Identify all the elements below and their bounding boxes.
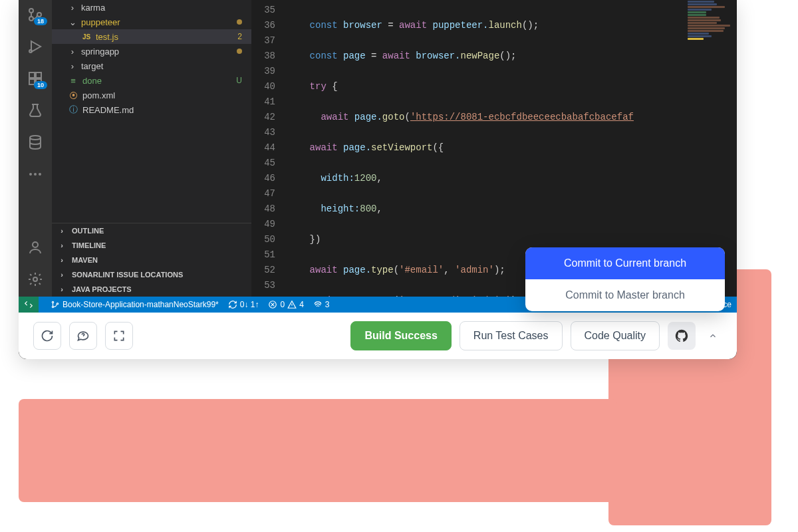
decorative-bg-bottom xyxy=(19,399,617,502)
svg-point-13 xyxy=(33,242,38,247)
svg-point-11 xyxy=(34,173,37,176)
svg-rect-5 xyxy=(29,72,35,78)
chevron-right-icon: › xyxy=(57,241,66,249)
build-success-button[interactable]: Build Success xyxy=(350,321,451,350)
modified-dot-icon xyxy=(237,19,242,25)
more-icon[interactable] xyxy=(26,165,45,184)
chevron-right-icon: › xyxy=(57,256,66,264)
list-file-icon: ≡ xyxy=(68,76,78,86)
file-tree: › karma ⌄ puppeteer JS test.js 2 › sprin… xyxy=(52,0,251,223)
panel-outline[interactable]: ›OUTLINE xyxy=(52,223,251,238)
svg-rect-6 xyxy=(36,72,41,78)
tree-folder-karma[interactable]: › karma xyxy=(52,0,251,15)
tree-file-readme[interactable]: ⓘ README.md xyxy=(52,102,251,117)
js-file-icon: JS xyxy=(81,33,92,41)
panel-maven[interactable]: ›MAVEN xyxy=(52,253,251,267)
tree-folder-puppeteer[interactable]: ⌄ puppeteer xyxy=(52,15,251,29)
run-tests-button[interactable]: Run Test Cases xyxy=(460,321,563,350)
source-control-badge: 18 xyxy=(34,17,47,25)
line-gutter: 3536373839404142434445464748495051525354… xyxy=(251,0,287,297)
tree-file-pom[interactable]: ⦿ pom.xml xyxy=(52,88,251,102)
sidebar: › karma ⌄ puppeteer JS test.js 2 › sprin… xyxy=(52,0,251,297)
activity-bar: 18 10 xyxy=(19,0,52,297)
svg-point-15 xyxy=(52,301,53,303)
branch-indicator[interactable]: Book-Store-Application-mathanNeoStark99* xyxy=(51,300,219,309)
commit-master-branch[interactable]: Commit to Master branch xyxy=(525,279,725,311)
ports-indicator[interactable]: 3 xyxy=(313,300,330,309)
file-badge: 2 xyxy=(237,32,242,41)
svg-point-12 xyxy=(39,173,41,176)
tree-file-testjs[interactable]: JS test.js 2 xyxy=(52,29,251,44)
panel-sonarlint[interactable]: ›SONARLINT ISSUE LOCATIONS xyxy=(52,267,251,282)
svg-point-14 xyxy=(33,277,37,281)
bottom-toolbar: Build Success Run Test Cases Code Qualit… xyxy=(19,313,737,359)
tree-folder-springapp[interactable]: › springapp xyxy=(52,44,251,59)
svg-point-10 xyxy=(29,173,32,176)
svg-point-1 xyxy=(29,17,33,21)
database-icon[interactable] xyxy=(26,133,45,152)
extensions-badge: 10 xyxy=(34,81,47,89)
sidebar-panels: ›OUTLINE ›TIMELINE ›MAVEN ›SONARLINT ISS… xyxy=(52,223,251,297)
xml-file-icon: ⦿ xyxy=(68,90,78,100)
problems-indicator[interactable]: 0 4 xyxy=(268,300,303,309)
sync-indicator[interactable]: 0↓ 1↑ xyxy=(228,300,259,309)
remote-indicator[interactable] xyxy=(19,297,39,313)
chevron-down-icon: ⌄ xyxy=(68,17,77,27)
chevron-right-icon: › xyxy=(68,61,77,71)
refresh-button[interactable] xyxy=(33,322,61,350)
svg-point-16 xyxy=(52,306,53,307)
panel-java[interactable]: ›JAVA PROJECTS xyxy=(52,282,251,297)
untracked-badge: U xyxy=(236,76,242,85)
tree-file-done[interactable]: ≡ done U xyxy=(52,73,251,88)
modified-dot-icon xyxy=(237,49,242,54)
svg-marker-3 xyxy=(31,41,41,52)
code-quality-button[interactable]: Code Quality xyxy=(571,321,660,350)
testing-icon[interactable] xyxy=(26,101,45,120)
source-control-icon[interactable]: 18 xyxy=(26,5,45,24)
account-icon[interactable] xyxy=(26,238,45,257)
github-button[interactable] xyxy=(668,322,696,350)
panel-timeline[interactable]: ›TIMELINE xyxy=(52,238,251,253)
fullscreen-button[interactable] xyxy=(105,322,133,350)
info-file-icon: ⓘ xyxy=(68,104,78,116)
caret-up-button[interactable] xyxy=(704,322,722,350)
commit-popup: Commit to Current branch Commit to Maste… xyxy=(525,247,725,311)
chat-button[interactable] xyxy=(69,322,97,350)
chevron-right-icon: › xyxy=(57,285,66,293)
commit-current-branch[interactable]: Commit to Current branch xyxy=(525,247,725,279)
chevron-right-icon: › xyxy=(57,271,66,279)
run-debug-icon[interactable] xyxy=(26,37,45,56)
svg-point-0 xyxy=(29,9,33,13)
chevron-right-icon: › xyxy=(68,3,77,13)
svg-point-9 xyxy=(30,136,41,140)
chevron-right-icon: › xyxy=(68,47,77,57)
settings-icon[interactable] xyxy=(26,270,45,289)
chevron-right-icon: › xyxy=(57,227,66,235)
tree-folder-target[interactable]: › target xyxy=(52,59,251,73)
ide-window: 18 10 xyxy=(19,0,737,359)
extensions-icon[interactable]: 10 xyxy=(26,69,45,88)
